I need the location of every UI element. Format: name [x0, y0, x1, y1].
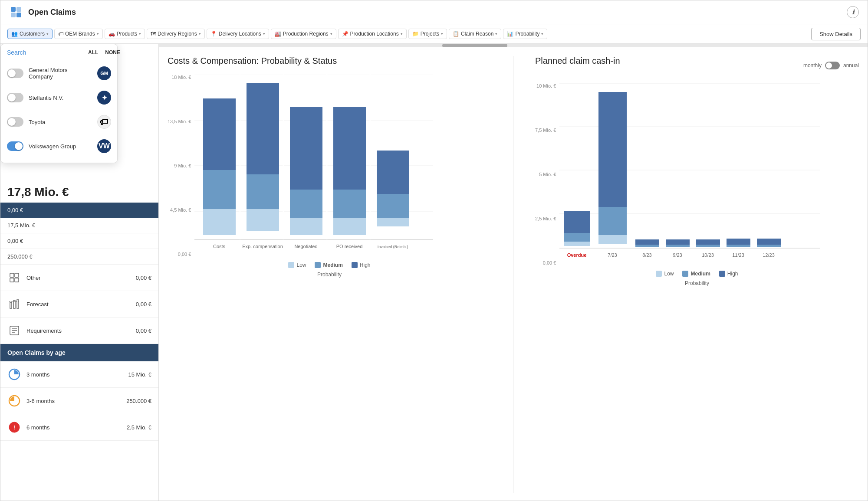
- sidebar-item-requirements: Requirements 0,00 €: [0, 318, 158, 344]
- high-label: High: [360, 262, 371, 268]
- svg-text:Exp. compensation: Exp. compensation: [243, 244, 283, 249]
- filter-delivery-locations[interactable]: 📍 Delivery Locations ▾: [207, 29, 269, 39]
- scroll-thumb: [442, 44, 507, 47]
- production-locations-icon: 📌: [342, 31, 349, 37]
- logo-toyota: 🏷: [97, 115, 111, 129]
- other-label: Other: [26, 275, 136, 281]
- dropdown-item-stellantis[interactable]: Stellantis N.V. ✦: [1, 85, 117, 110]
- charts-area: Costs & Compensation: Probability & Stat…: [159, 47, 868, 501]
- costs-chart-legend: Low Medium High: [168, 262, 491, 268]
- svg-rect-35: [290, 218, 322, 235]
- info-icon[interactable]: ℹ: [847, 6, 859, 18]
- show-details-button[interactable]: Show Details: [811, 28, 861, 40]
- svg-rect-42: [377, 194, 409, 218]
- svg-rect-30: [247, 174, 279, 209]
- right-content: Costs & Compensation: Probability & Stat…: [159, 44, 868, 501]
- planned-legend-high: High: [719, 271, 738, 277]
- filter-oem-brands[interactable]: 🏷 OEM Brands ▾: [54, 29, 103, 39]
- svg-rect-8: [10, 302, 12, 308]
- other-icon: [7, 271, 21, 285]
- value-row-2: 0,00 €: [0, 233, 158, 249]
- toggle-stellantis[interactable]: [7, 93, 23, 102]
- sidebar-item-forecast: Forecast 0,00 €: [0, 291, 158, 318]
- customers-icon: 👥: [11, 31, 18, 37]
- svg-rect-58: [598, 92, 627, 207]
- age-section-title: Open Claims by age: [7, 349, 66, 356]
- dropdown-item-vw[interactable]: Volkswagen Group VW: [1, 134, 117, 158]
- dropdown-item-gm[interactable]: General Motors Company GM: [1, 61, 117, 85]
- filter-customers[interactable]: 👥 Customers ▾: [7, 29, 53, 39]
- planned-low-label: Low: [664, 271, 674, 277]
- svg-text:8/23: 8/23: [643, 252, 652, 258]
- medium-dot: [315, 262, 321, 268]
- requirements-value: 0,00 €: [136, 327, 151, 334]
- probability-filter-icon: 📊: [507, 31, 513, 37]
- costs-y-axis: 18 Mio. € 13,5 Mio. € 9 Mio. € 4,5 Mio. …: [168, 75, 194, 257]
- chevron-down-icon: ▾: [441, 32, 443, 36]
- toggle-vw[interactable]: [7, 141, 23, 151]
- planned-chart-header: Planned claim cash-in monthly annual: [535, 56, 859, 75]
- planned-medium-dot: [682, 271, 688, 277]
- filter-production-regions[interactable]: 🏭 Production Regions ▾: [271, 29, 336, 39]
- search-input[interactable]: [7, 49, 83, 56]
- filter-production-locations[interactable]: 📌 Production Locations ▾: [338, 29, 407, 39]
- sidebar-item-other: Other 0,00 €: [0, 265, 158, 291]
- svg-text:PO received: PO received: [336, 244, 363, 249]
- filter-claim-reason[interactable]: 📋 Claim Reason ▾: [449, 29, 501, 39]
- svg-rect-67: [727, 239, 750, 245]
- value-row-1: 17,5 Mio. €: [0, 218, 158, 233]
- svg-rect-56: [564, 233, 590, 242]
- svg-rect-33: [290, 107, 322, 190]
- svg-rect-34: [290, 190, 322, 218]
- monthly-annual-switch[interactable]: [825, 62, 840, 69]
- svg-text:Negotiated: Negotiated: [295, 244, 318, 249]
- svg-rect-27: [203, 209, 236, 235]
- claim-reason-icon: 📋: [453, 31, 459, 37]
- svg-rect-2: [11, 13, 16, 17]
- svg-rect-65: [696, 239, 720, 245]
- svg-text:7/23: 7/23: [608, 252, 617, 258]
- filter-products[interactable]: 🚗 Products ▾: [105, 29, 145, 39]
- toggle-toyota[interactable]: [7, 117, 23, 127]
- legend-low: Low: [288, 262, 306, 268]
- toggle-gm[interactable]: [7, 69, 23, 78]
- monthly-annual-toggle: monthly annual: [803, 62, 859, 69]
- header: Open Claims ℹ: [0, 0, 868, 24]
- annual-label: annual: [843, 62, 859, 69]
- svg-rect-60: [598, 235, 627, 244]
- requirements-label: Requirements: [26, 327, 136, 334]
- filter-projects[interactable]: 📁 Projects ▾: [408, 29, 447, 39]
- svg-rect-7: [15, 278, 19, 282]
- filter-probability[interactable]: 📊 Probability ▾: [503, 29, 547, 39]
- logo-vw: VW: [97, 139, 111, 153]
- none-button[interactable]: NONE: [103, 49, 122, 56]
- svg-rect-29: [247, 83, 279, 174]
- age-row-3-6months: 3-6 months 250.000 €: [0, 388, 158, 414]
- svg-rect-61: [635, 239, 659, 245]
- low-dot: [288, 262, 294, 268]
- filter-delivery-regions[interactable]: 🗺 Delivery Regions ▾: [147, 29, 205, 39]
- company-name-gm: General Motors Company: [29, 67, 92, 80]
- age-row-6months: ! 6 months 2,5 Mio. €: [0, 414, 158, 441]
- other-value: 0,00 €: [136, 275, 151, 281]
- dropdown-item-toyota[interactable]: Toyota 🏷: [1, 110, 117, 134]
- svg-rect-64: [666, 245, 690, 247]
- svg-rect-31: [247, 209, 279, 231]
- all-button[interactable]: ALL: [86, 49, 100, 56]
- production-regions-icon: 🏭: [275, 31, 281, 37]
- 3months-label: 3 months: [26, 371, 128, 378]
- 3-6months-icon: [7, 394, 21, 408]
- planned-chart-svg: Overdue 7/23 8/23 9/23 10/23 11/23 12/23: [559, 83, 820, 265]
- 3months-icon: [7, 367, 21, 381]
- planned-legend-low: Low: [656, 271, 674, 277]
- age-row-3months: 3 months 15 Mio. €: [0, 361, 158, 388]
- forecast-label: Forecast: [26, 301, 136, 308]
- svg-text:10/23: 10/23: [702, 252, 714, 258]
- age-section-header: Open Claims by age: [0, 344, 158, 361]
- planned-chart-panel: Planned claim cash-in monthly annual 10 …: [535, 56, 859, 493]
- 6months-value: 2,5 Mio. €: [127, 424, 151, 431]
- app-container: Open Claims ℹ 👥 Customers ▾ 🏷 OEM Brands…: [0, 0, 868, 501]
- chevron-down-icon: ▾: [495, 32, 497, 36]
- svg-rect-66: [696, 245, 720, 247]
- chevron-down-icon: ▾: [330, 32, 332, 36]
